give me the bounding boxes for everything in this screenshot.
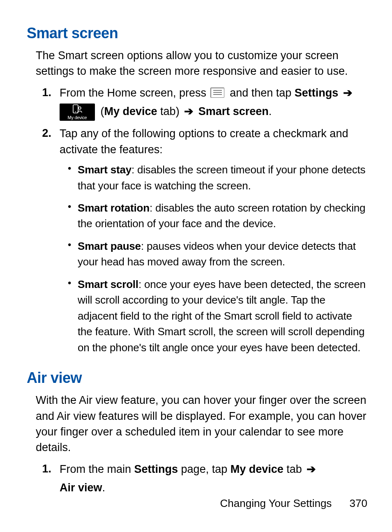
- feature-list: • Smart stay: disables the screen timeou…: [60, 162, 367, 355]
- air-view-intro: With the Air view feature, you can hover…: [36, 392, 367, 455]
- text: page, tap: [178, 463, 231, 475]
- step-body: From the Home screen, press and then tap…: [60, 85, 367, 121]
- smart-screen-label: Smart screen: [198, 105, 269, 117]
- chapter-title: Changing Your Settings: [220, 497, 332, 509]
- feature-term: Smart pause: [78, 240, 141, 252]
- text: From the main: [60, 463, 134, 475]
- text: tab): [157, 105, 183, 117]
- list-item: • Smart pause: pauses videos when your d…: [68, 238, 367, 270]
- air-view-steps: 1. From the main Settings page, tap My d…: [27, 461, 367, 496]
- bullet-body: Smart rotation: disables the auto screen…: [78, 200, 367, 232]
- feature-term: Smart scroll: [78, 278, 138, 290]
- svg-point-2: [78, 107, 81, 109]
- step-number: 2.: [27, 126, 60, 141]
- bullet-icon: •: [68, 276, 78, 289]
- arrow-icon: ➔: [184, 105, 194, 117]
- list-item: • Smart scroll: once your eyes have been…: [68, 276, 367, 355]
- text: .: [269, 105, 272, 117]
- heading-air-view: Air view: [27, 369, 367, 387]
- air-view-label: Air view: [60, 481, 102, 494]
- text: tab: [284, 463, 305, 475]
- settings-label: Settings: [295, 87, 339, 99]
- arrow-icon: ➔: [307, 463, 316, 475]
- text: Tap any of the following options to crea…: [60, 127, 348, 156]
- list-item: • Smart stay: disables the screen timeou…: [68, 162, 367, 193]
- bullet-body: Smart pause: pauses videos when your dev…: [78, 238, 367, 270]
- text: From the Home screen, press: [60, 87, 210, 99]
- step-number: 1.: [27, 85, 60, 101]
- smart-screen-intro: The Smart screen options allow you to cu…: [36, 48, 367, 79]
- page-footer: Changing Your Settings 370: [220, 497, 367, 510]
- arrow-icon: ➔: [343, 87, 353, 99]
- list-item: • Smart rotation: disables the auto scre…: [68, 200, 367, 232]
- settings-label: Settings: [134, 463, 178, 475]
- text: (: [101, 105, 104, 117]
- step-number: 1.: [27, 461, 60, 477]
- step-body: Tap any of the following options to crea…: [60, 126, 367, 362]
- bullet-icon: •: [68, 162, 78, 175]
- bullet-icon: •: [68, 200, 78, 213]
- step-1: 1. From the Home screen, press and then …: [27, 85, 367, 121]
- bullet-body: Smart stay: disables the screen timeout …: [78, 162, 367, 193]
- smart-screen-steps: 1. From the Home screen, press and then …: [27, 85, 367, 362]
- step-2: 2. Tap any of the following options to c…: [27, 126, 367, 362]
- my-device-label: My device: [231, 463, 284, 475]
- page-number: 370: [350, 497, 367, 509]
- heading-smart-screen: Smart screen: [27, 25, 367, 42]
- bullet-body: Smart scroll: once your eyes have been d…: [78, 276, 367, 355]
- document-page: Smart screen The Smart screen options al…: [0, 0, 392, 532]
- my-device-label: My device: [104, 105, 157, 117]
- step-body: From the main Settings page, tap My devi…: [60, 461, 367, 496]
- bullet-icon: •: [68, 238, 78, 251]
- my-device-icon: My device: [60, 104, 95, 121]
- feature-term: Smart stay: [78, 164, 131, 176]
- text: .: [102, 481, 106, 494]
- step-1: 1. From the main Settings page, tap My d…: [27, 461, 367, 496]
- svg-point-1: [75, 111, 76, 112]
- text: and then tap: [230, 87, 295, 99]
- menu-icon: [210, 88, 224, 98]
- feature-term: Smart rotation: [78, 202, 150, 214]
- my-device-icon-label: My device: [60, 115, 95, 120]
